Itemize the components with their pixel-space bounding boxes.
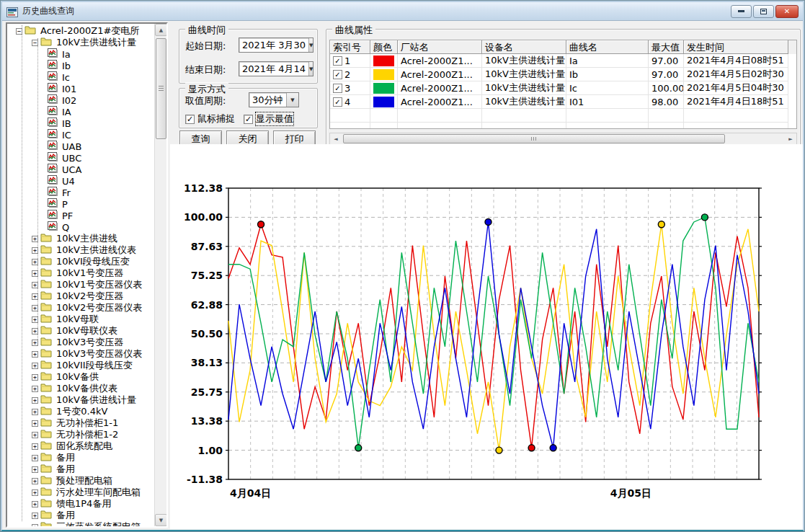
- tree-item-folder-16[interactable]: +无功补偿柜1-1: [7, 417, 154, 429]
- tree-vertical-scrollbar[interactable]: ▲ ▼: [154, 24, 166, 526]
- column-header-3[interactable]: 厂站名: [398, 40, 482, 54]
- column-header-1[interactable]: 索引号: [330, 40, 370, 54]
- row-checkbox[interactable]: ✓: [333, 97, 342, 107]
- start-date-picker[interactable]: 2021年 3月30 ▼: [239, 37, 313, 53]
- history-curve-chart[interactable]: 112.38100.0087.6375.2562.8850.5038.1325.…: [170, 144, 803, 529]
- tree-item-folder-0[interactable]: +10kV主供进线: [7, 233, 154, 244]
- period-select[interactable]: 30分钟 ▼: [249, 92, 299, 107]
- tree-item-folder-8[interactable]: +10kV母联仪表: [7, 325, 154, 337]
- tree-item-folder-1[interactable]: +10kV主供进线仪表: [7, 244, 154, 256]
- tree-item-folder-19[interactable]: +备用: [7, 452, 154, 464]
- table-row[interactable]: ✓1Acrel-2000Z1...10kV主供进线计量Ia97.002021年4…: [330, 54, 796, 68]
- expand-plus-icon[interactable]: +: [32, 501, 38, 507]
- column-header-5[interactable]: 曲线名: [566, 40, 649, 54]
- row-select-cell[interactable]: ✓1: [330, 54, 370, 68]
- tree-scrollbar-thumb[interactable]: [156, 38, 166, 139]
- tree-item-curve-I02[interactable]: I02: [7, 94, 154, 106]
- end-date-dropdown-icon[interactable]: ▼: [308, 62, 313, 76]
- tree-item-group[interactable]: −10kV主供进线计量: [7, 37, 154, 48]
- start-date-dropdown-icon[interactable]: ▼: [308, 38, 313, 52]
- tree-item-folder-25[interactable]: +三效蒸发系统配电箱: [7, 521, 154, 526]
- tree-item-folder-13[interactable]: +10kV备供仪表: [7, 383, 154, 394]
- scroll-down-icon[interactable]: ▼: [155, 514, 167, 526]
- expand-plus-icon[interactable]: +: [32, 409, 38, 415]
- expand-plus-icon[interactable]: +: [32, 524, 38, 527]
- tree-item-curve-IB[interactable]: IB: [7, 118, 154, 129]
- period-dropdown-icon[interactable]: ▼: [286, 93, 298, 107]
- minimize-button[interactable]: [731, 5, 752, 18]
- tree-item-folder-4[interactable]: +10kV1号变压器仪表: [7, 279, 154, 291]
- scroll-right-icon[interactable]: ►: [785, 133, 796, 144]
- expand-plus-icon[interactable]: +: [32, 466, 38, 473]
- tree-item-folder-2[interactable]: +10kVI段母线压变: [7, 256, 154, 267]
- tree-item-curve-U4[interactable]: U4: [7, 175, 154, 187]
- tree-item-curve-UBC[interactable]: UBC: [7, 152, 154, 164]
- column-header-6[interactable]: 最大值: [649, 40, 684, 54]
- expand-plus-icon[interactable]: +: [32, 420, 38, 427]
- tree-item-folder-5[interactable]: +10kV2号变压器: [7, 291, 154, 302]
- expand-plus-icon[interactable]: +: [32, 455, 38, 461]
- row-checkbox[interactable]: ✓: [333, 84, 342, 93]
- maximize-button[interactable]: [753, 5, 774, 18]
- column-header-2[interactable]: 颜色: [370, 40, 398, 54]
- expand-plus-icon[interactable]: +: [32, 478, 38, 484]
- tree-item-folder-6[interactable]: +10kV2号变压器仪表: [7, 302, 154, 314]
- tree-item-folder-21[interactable]: +预处理配电箱: [7, 475, 154, 487]
- row-select-cell[interactable]: ✓4: [330, 95, 370, 109]
- expand-plus-icon[interactable]: +: [32, 363, 38, 369]
- table-row[interactable]: ✓3Acrel-2000Z1...10kV主供进线计量Ic100.002021年…: [330, 81, 796, 95]
- tree-item-folder-7[interactable]: +10kV母联: [7, 314, 154, 325]
- tree-item-curve-UCA[interactable]: UCA: [7, 164, 154, 175]
- table-scrollbar-thumb[interactable]: [343, 134, 725, 143]
- tree-item-curve-IC[interactable]: IC: [7, 129, 154, 141]
- tree-item-curve-IA[interactable]: IA: [7, 106, 154, 118]
- row-select-cell[interactable]: ✓2: [330, 68, 370, 81]
- tree-item-folder-10[interactable]: +10kV3号变压器仪表: [7, 348, 154, 360]
- row-select-cell[interactable]: ✓3: [330, 81, 370, 95]
- expand-plus-icon[interactable]: +: [32, 513, 38, 519]
- tree-item-folder-23[interactable]: +馈电1P4备用: [7, 498, 154, 510]
- tree-item-curve-P[interactable]: P: [7, 198, 154, 210]
- tree-item-folder-18[interactable]: +固化系统配电: [7, 440, 154, 452]
- tree-item-folder-15[interactable]: +1号变0.4kV: [7, 406, 154, 417]
- tree-item-folder-20[interactable]: +备用: [7, 464, 154, 475]
- expand-plus-icon[interactable]: +: [32, 386, 38, 392]
- tree-item-curve-PF[interactable]: PF: [7, 210, 154, 221]
- tree-item-folder-12[interactable]: +10kV备供: [7, 371, 154, 383]
- expand-plus-icon[interactable]: +: [32, 397, 38, 404]
- show-extremes-checkbox[interactable]: ✓ 显示最值: [244, 112, 293, 125]
- tree-item-folder-11[interactable]: +10kVII段母线压变: [7, 360, 154, 371]
- close-button[interactable]: ✕: [775, 5, 799, 18]
- expand-plus-icon[interactable]: +: [32, 374, 38, 381]
- scroll-up-icon[interactable]: ▲: [155, 24, 167, 36]
- expand-plus-icon[interactable]: +: [32, 351, 38, 358]
- expand-plus-icon[interactable]: +: [32, 489, 38, 496]
- tree-item-root[interactable]: −Acrel-2000Z1#变电所: [7, 25, 154, 37]
- tree-item-curve-Ic[interactable]: Ic: [7, 71, 154, 83]
- column-header-4[interactable]: 设备名: [482, 40, 566, 54]
- table-row[interactable]: ✓4Acrel-2000Z1...10kV主供进线计量I0198.002021年…: [330, 95, 796, 109]
- expand-plus-icon[interactable]: +: [32, 432, 38, 438]
- tree-item-curve-UAB[interactable]: UAB: [7, 141, 154, 152]
- tree-item-curve-Q[interactable]: Q: [7, 221, 154, 233]
- tree-item-folder-3[interactable]: +10kV1号变压器: [7, 267, 154, 279]
- end-date-picker[interactable]: 2021年 4月14 ▼: [239, 61, 313, 76]
- tree-item-folder-17[interactable]: +无功补偿柜1-2: [7, 429, 154, 440]
- tree-item-curve-Ia[interactable]: Ia: [7, 48, 154, 60]
- row-checkbox[interactable]: ✓: [333, 70, 342, 79]
- tree-item-curve-Fr[interactable]: Fr: [7, 187, 154, 198]
- mouse-capture-checkbox[interactable]: ✓ 鼠标捕捉: [185, 112, 235, 125]
- row-checkbox[interactable]: ✓: [333, 56, 342, 66]
- scroll-left-icon[interactable]: ◄: [330, 133, 342, 144]
- column-header-7[interactable]: 发生时间: [684, 40, 788, 54]
- tree-item-folder-9[interactable]: +10kV3号变压器: [7, 337, 154, 348]
- table-row[interactable]: ✓2Acrel-2000Z1...10kV主供进线计量Ib97.002021年4…: [330, 68, 796, 81]
- tree-item-folder-14[interactable]: +10kV备供进线计量: [7, 394, 154, 406]
- expand-plus-icon[interactable]: +: [32, 443, 38, 450]
- table-horizontal-scrollbar[interactable]: ◄ ►: [329, 133, 797, 145]
- tree-item-curve-I01[interactable]: I01: [7, 83, 154, 94]
- tree-item-curve-Ib[interactable]: Ib: [7, 60, 154, 71]
- tree-item-folder-22[interactable]: +污水处理车间配电箱: [7, 487, 154, 498]
- tree-item-folder-24[interactable]: +备用: [7, 510, 154, 521]
- app-icon: [6, 6, 18, 17]
